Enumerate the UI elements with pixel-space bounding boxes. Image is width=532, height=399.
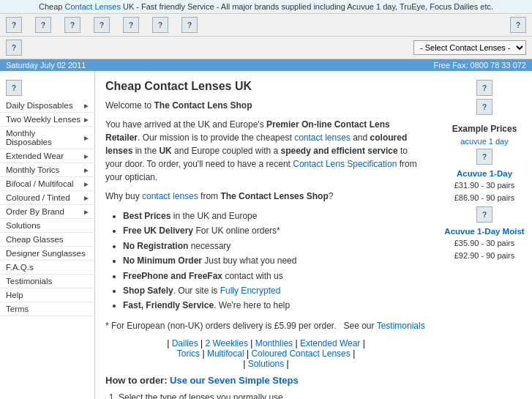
product2-name[interactable]: Acuvue 1-Day Moist: [443, 227, 526, 236]
sidebar-item-monthly-disposables[interactable]: Monthly Disposables ►: [0, 127, 94, 149]
product-icon-1: ?: [476, 149, 492, 165]
product-icon-2: ?: [476, 206, 492, 223]
sidebar-item-monthly-torics[interactable]: Monthly Torics ►: [0, 163, 94, 177]
product1-price1: £31.90 - 30 pairs: [443, 179, 526, 192]
dailies-link[interactable]: Dailies: [172, 338, 198, 348]
note-para: * For European (non-UK) orders delivery …: [105, 319, 427, 332]
sidebar-item-cheap-glasses[interactable]: Cheap Glasses: [0, 233, 94, 247]
sidebar-item-extended-wear[interactable]: Extended Wear ►: [0, 149, 94, 163]
intro-para: You have arrived at the UK and Europe's …: [105, 118, 427, 184]
list-item: Fast, Friendly Service. We're here to he…: [123, 298, 427, 313]
page-heading: Cheap Contact Lenses UK: [105, 80, 427, 93]
nav-icon-2[interactable]: ?: [35, 17, 51, 33]
why-buy-para: Why buy contact lenses from The Contact …: [105, 190, 427, 203]
right-column: ? ? Example Prices acuvue 1 day ? Acuvue…: [437, 71, 532, 399]
list-item: Best Prices in the UK and Europe: [123, 209, 427, 223]
arrow-icon-bifocal: ►: [83, 180, 90, 188]
arrow-icon-monthly-disp: ►: [83, 134, 90, 142]
nav-icon-7[interactable]: ?: [181, 17, 198, 33]
sidebar-item-coloured[interactable]: Coloured / Tinted ►: [0, 191, 94, 205]
sidebar-item-terms[interactable]: Terms: [0, 302, 94, 316]
arrow-icon-daily: ►: [83, 102, 90, 110]
sidebar-item-bifocal[interactable]: Bifocal / Multifocal ►: [0, 177, 94, 191]
date-text: Saturday July 02 2011: [6, 61, 86, 70]
nav-icon-3[interactable]: ?: [64, 17, 80, 33]
2weeklies-link[interactable]: 2 Weeklies: [205, 338, 247, 348]
benefits-list: Best Prices in the UK and Europe Free UK…: [123, 209, 427, 313]
sidebar-item-two-weekly-lenses[interactable]: Two Weekly Lenses ►: [0, 113, 94, 127]
sidebar-item-faqs[interactable]: F.A.Q.s: [0, 261, 94, 275]
sidebar-label-coloured: Coloured / Tinted: [6, 193, 70, 202]
sidebar-item-daily-disposables[interactable]: Daily Disposables ►: [0, 99, 94, 113]
sidebar-label-order-by-brand: Order By Brand: [6, 207, 64, 216]
sidebar-icon: ?: [6, 80, 22, 96]
product2-price1: £35.90 - 30 pairs: [443, 237, 526, 250]
arrow-icon-two-weekly: ►: [83, 116, 90, 124]
nav-icon-6[interactable]: ?: [152, 17, 168, 33]
list-item: Free UK Delivery For UK online orders*: [123, 223, 427, 238]
brand-name-2: The Contact Lenses Shop: [220, 191, 328, 201]
welcome-para: Welcome to The Contact Lens Shop: [105, 99, 427, 112]
fax-text: Free Fax: 0800 78 33 072: [433, 61, 526, 70]
main-layout: ? Daily Disposables ► Two Weekly Lenses …: [0, 71, 532, 399]
list-item: FreePhone and FreeFax contact with us: [123, 269, 427, 283]
nav-icon-8[interactable]: ?: [510, 17, 526, 33]
monthlies-link[interactable]: Monthlies: [255, 338, 293, 348]
right-icon-2: ?: [476, 99, 492, 115]
date-bar: Saturday July 02 2011 Free Fax: 0800 78 …: [0, 59, 532, 71]
sidebar: ? Daily Disposables ► Two Weekly Lenses …: [0, 71, 95, 399]
nav-icon-5[interactable]: ?: [123, 17, 139, 33]
sidebar-label-monthly-torics: Monthly Torics: [6, 165, 59, 174]
product1-price2: £86.90 - 90 pairs: [443, 192, 526, 204]
example-prices-heading: Example Prices: [443, 124, 526, 134]
nav-icon-9[interactable]: ?: [6, 40, 22, 56]
contact-lenses-link-2[interactable]: contact lenses: [142, 191, 198, 201]
contact-lens-spec-link[interactable]: Contact Lens Specification: [293, 159, 397, 169]
arrow-icon-brand: ►: [83, 208, 90, 216]
second-icon-row: ? - Select Contact Lenses -: [0, 37, 532, 59]
testimonials-link[interactable]: Testimonials: [377, 321, 425, 331]
nav-icon-1[interactable]: ?: [6, 17, 22, 33]
right-icon-1: ?: [476, 80, 492, 96]
arrow-icon-coloured: ►: [83, 194, 90, 202]
product1-name[interactable]: Acuvue 1-Day: [443, 169, 526, 178]
torics-link[interactable]: Torics: [177, 348, 200, 359]
icon-nav-row: ? ? ? ? ? ? ? ?: [0, 14, 532, 37]
acuvue-label: acuvue 1 day: [443, 137, 526, 146]
extended-wear-link[interactable]: Extended Wear: [300, 338, 361, 348]
multifocal-link[interactable]: Multifocal: [207, 348, 244, 359]
list-item: No Minimum Order Just buy what you need: [123, 253, 427, 268]
select-wrapper: - Select Contact Lenses -: [413, 40, 526, 55]
banner-link-contact-lenses[interactable]: Contact Lenses: [64, 2, 120, 11]
sidebar-item-order-by-brand[interactable]: Order By Brand ►: [0, 205, 94, 219]
seven-steps-link[interactable]: Use our Seven Simple Steps: [170, 375, 299, 386]
fully-encrypted-link[interactable]: Fully Encrypted: [220, 286, 281, 296]
speedy-text: speedy and efficient service: [281, 146, 398, 156]
top-banner: Cheap Contact Lenses UK - Fast friendly …: [0, 0, 532, 14]
sidebar-item-designer-sunglasses[interactable]: Designer Sunglasses: [0, 247, 94, 261]
sidebar-label-bifocal: Bifocal / Multifocal: [6, 179, 74, 188]
how-to-heading: How to order: Use our Seven Simple Steps: [105, 375, 427, 386]
contact-lens-select[interactable]: - Select Contact Lenses -: [413, 40, 526, 55]
how-to-section: How to order: Use our Seven Simple Steps…: [105, 375, 427, 399]
sidebar-label-monthly-disposables: Monthly Disposables: [6, 129, 83, 146]
arrow-icon-extended: ►: [83, 152, 90, 160]
contact-lenses-link-1[interactable]: contact lenses: [294, 133, 351, 143]
list-item: No Registration necessary: [123, 239, 427, 253]
sidebar-label-extended-wear: Extended Wear: [6, 152, 64, 160]
example-prices-section: Example Prices acuvue 1 day ? Acuvue 1-D…: [443, 124, 526, 261]
main-content: Cheap Contact Lenses UK Welcome to The C…: [95, 71, 437, 399]
product2-price2: £92.90 - 90 pairs: [443, 250, 526, 262]
link-bar: | Dailies | 2 Weeklies | Monthlies | Ext…: [105, 338, 427, 369]
coloured-cl-link[interactable]: Coloured Contact Lenses: [251, 348, 350, 359]
nav-icon-4[interactable]: ?: [94, 17, 110, 33]
uk-text: UK: [159, 146, 171, 156]
brand-name: The Contact Lens Shop: [154, 100, 252, 111]
solutions-link[interactable]: Solutions: [248, 359, 284, 369]
list-item: Shop Safely. Our site is Fully Encrypted: [123, 283, 427, 298]
sidebar-item-solutions[interactable]: Solutions: [0, 219, 94, 233]
sidebar-item-testimonials[interactable]: Testimonials: [0, 275, 94, 288]
sidebar-label-two-weekly: Two Weekly Lenses: [6, 115, 80, 124]
how-to-step-1: Select the type of lenses you normally u…: [119, 390, 427, 399]
sidebar-item-help[interactable]: Help: [0, 288, 94, 302]
